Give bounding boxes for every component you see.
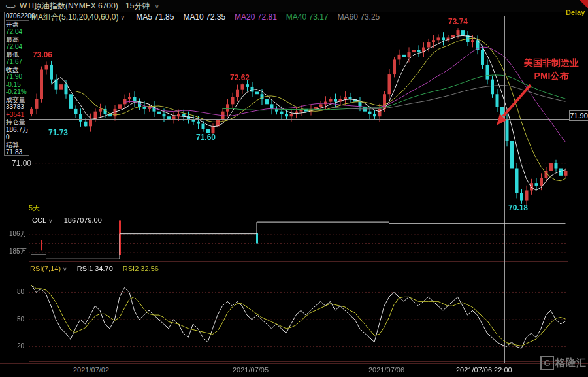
quote-row: 72.04 — [6, 28, 29, 36]
symbol-title: WTI原油指数(NYMEX 6700) — [20, 0, 118, 12]
quote-row: 收盘 — [6, 66, 29, 74]
price-annotation: 73.74 — [448, 17, 468, 26]
main-price-chart[interactable] — [29, 16, 568, 216]
quote-row: -0.21% — [6, 88, 29, 96]
rsi-chart[interactable] — [29, 274, 568, 361]
quote-row: 最低 — [6, 51, 29, 59]
quote-row: 71.67 — [6, 58, 29, 66]
interval-selector[interactable]: 15分钟 — [125, 0, 150, 12]
quote-sidebar: 07062200 开盘72.04最高72.04最低71.67收盘71.90-0.… — [4, 12, 29, 156]
quote-row: 开盘 — [6, 21, 29, 29]
axis-label: 185万 — [9, 248, 27, 255]
date-label: 2021/07/06 — [368, 366, 404, 374]
frame-mark — [1, 274, 1, 310]
title-bar: ⊂⊃ WTI原油指数(NYMEX 6700) 15分钟 ∨ — [0, 0, 588, 12]
chevron-down-icon[interactable]: ∨ — [63, 266, 67, 272]
news-annotation: 美国非制造业 PMI公布 — [519, 56, 584, 82]
date-label: 2021/07/02 — [73, 366, 109, 374]
chevron-down-icon[interactable]: ∨ — [48, 218, 53, 224]
price-annotation: 73.06 — [33, 50, 52, 59]
chevron-down-icon[interactable]: ∨ — [155, 1, 159, 12]
price-annotation: 71.73 — [48, 128, 68, 137]
gelonghui-logo-icon: G — [540, 356, 554, 370]
gelonghui-watermark: G 格隆汇 — [540, 356, 587, 370]
ccl-value: 1867079.00 — [64, 216, 102, 224]
annotation-arrow-icon — [489, 81, 536, 131]
rsi-indicator-selector[interactable]: RSI(7,14) — [30, 265, 61, 272]
gelonghui-logo-text: 格隆汇 — [555, 357, 587, 369]
news-line1: 美国非制造业 — [519, 56, 584, 69]
ccl-bottom-border — [29, 261, 568, 262]
price-annotation: 70.18 — [508, 203, 528, 212]
frame-mark — [1, 167, 1, 196]
quote-rows: 开盘72.04最高72.04最低71.67收盘71.90-0.15-0.21%成… — [6, 21, 29, 156]
axis-label: 20 — [17, 343, 24, 350]
price-annotation: 72.62 — [230, 73, 250, 82]
quote-row: 186.7万 — [6, 126, 29, 134]
price-axis-label: 71.00 — [12, 160, 31, 167]
quote-row: -0.15 — [6, 81, 29, 89]
quote-row: 最高 — [6, 36, 29, 44]
rsi-header: RSI(7,14)∨ RSI1 34.70 RSI2 32.56 — [30, 265, 159, 273]
quote-row: 结算 — [6, 141, 29, 149]
quote-id: 07062200 — [6, 12, 29, 21]
rsi1-value: RSI1 34.70 — [77, 265, 113, 272]
axis-label: 186万 — [9, 231, 27, 237]
news-line2: PMI公布 — [519, 69, 584, 82]
quote-row: +3541 — [6, 111, 29, 119]
axis-label: 80 — [17, 289, 24, 295]
ccl-indicator-selector[interactable]: CCL — [32, 216, 46, 224]
date-label: 2021/07/05 — [233, 366, 269, 374]
quote-row: 0 — [6, 133, 29, 141]
quote-row: 持仓量 — [6, 118, 29, 126]
trading-terminal-window: ⊂⊃ WTI原油指数(NYMEX 6700) 15分钟 ∨ MA组合(5,10,… — [0, 0, 588, 377]
rsi2-value: RSI2 32.56 — [123, 265, 159, 272]
quote-row: 71.83 — [6, 148, 29, 156]
delay-badge: Delay — [566, 8, 585, 16]
axis-label: 50 — [17, 316, 24, 323]
quote-row: 72.04 — [6, 43, 29, 51]
current-datetime: 2021/07/06 22:00 — [456, 366, 512, 374]
rsi-bottom-border — [29, 361, 568, 362]
quote-row: 71.90 — [6, 73, 29, 81]
link-icon: ⊂⊃ — [5, 0, 14, 12]
quote-row: 成交量 — [6, 96, 29, 104]
price-annotation: 71.60 — [196, 133, 216, 142]
crosshair-price-tag: 71.90 — [569, 110, 588, 121]
corner-alert-icon — [580, 0, 588, 8]
ccl-open-interest-chart[interactable] — [29, 214, 568, 261]
date-axis-border — [0, 363, 588, 364]
ccl-header: CCL∨ 1867079.00 — [32, 216, 102, 225]
range-selector-5d[interactable]: 5天 — [29, 204, 40, 212]
quote-row: 33783 — [6, 103, 29, 111]
